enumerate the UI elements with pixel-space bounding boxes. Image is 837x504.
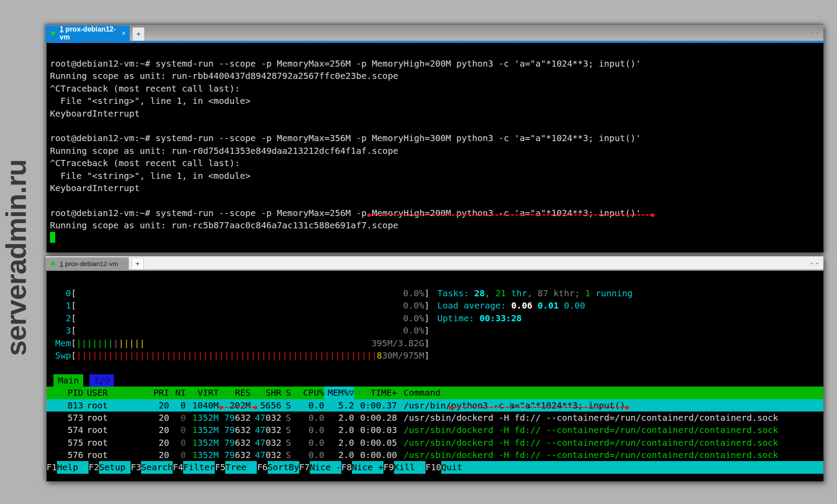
fkey-label-f5[interactable]: Tree bbox=[225, 461, 257, 473]
process-row-575[interactable]: 575root2001352M7963247032S0.02.00:00.05/… bbox=[46, 437, 823, 449]
bracket-open: [ bbox=[71, 299, 76, 312]
tab-prox-debian12-vm-inactive[interactable]: 1 prox-debian12-vm × bbox=[46, 257, 129, 270]
bracket-close: ] bbox=[424, 349, 429, 362]
bracket-close: ] bbox=[424, 337, 429, 349]
system-info: Load average: 0.06 0.01 0.00 bbox=[437, 299, 585, 312]
new-tab-button[interactable]: + bbox=[131, 258, 144, 270]
cell-shr: 47032 bbox=[251, 412, 281, 424]
process-row-576[interactable]: 576root2001352M7963247032S0.02.00:00.00/… bbox=[46, 449, 823, 461]
cell-time: 0:00.03 bbox=[354, 424, 397, 436]
annotation-dash-python3-command bbox=[450, 407, 627, 408]
meter-bars bbox=[76, 312, 403, 324]
fkey-label-f1[interactable]: Help bbox=[57, 461, 89, 473]
htop-tab-io[interactable]: I/O bbox=[89, 374, 114, 387]
column-header-shr[interactable]: SHR bbox=[251, 387, 281, 399]
fkey-label-f9[interactable]: Kill bbox=[394, 461, 426, 473]
fkey-f6[interactable]: F6 bbox=[257, 461, 267, 473]
column-header-pid[interactable]: PID bbox=[50, 387, 83, 399]
cell-virt: 1352M bbox=[186, 424, 219, 436]
fkey-f10[interactable]: F10 bbox=[426, 461, 441, 473]
meter: Mem[|||||||||||||395M/3.82G] bbox=[50, 337, 429, 349]
bracket-open: [ bbox=[71, 324, 76, 337]
fkey-label-f8[interactable]: Nice + bbox=[352, 461, 383, 473]
fkey-f1[interactable]: F1 bbox=[46, 461, 57, 473]
terminal-line bbox=[46, 194, 823, 206]
new-tab-button[interactable]: + bbox=[132, 27, 145, 41]
tab-label: 1 prox-debian12-vm bbox=[60, 260, 118, 267]
fkey-label-f6[interactable]: SortBy bbox=[268, 461, 299, 473]
fkey-f7[interactable]: F7 bbox=[299, 461, 310, 473]
fkey-label-f3[interactable]: Search bbox=[141, 461, 173, 473]
tab-scroll-left-icon[interactable]: ◄ bbox=[810, 30, 813, 35]
fkey-label-f10[interactable]: Quit bbox=[441, 461, 823, 473]
cpu-meter-0: 0[0.0%]Tasks: 28, 21 thr, 87 kthr; 1 run… bbox=[46, 287, 823, 299]
column-header-user[interactable]: USER bbox=[83, 387, 140, 399]
column-header-ni[interactable]: NI bbox=[169, 387, 186, 399]
meter-value: 395M/3.82G bbox=[372, 337, 424, 349]
tab-scroll-right-icon[interactable]: ► bbox=[816, 30, 819, 35]
meter-value: 0.0% bbox=[403, 299, 424, 312]
cell-s: S bbox=[281, 412, 294, 424]
column-header-s[interactable]: S bbox=[281, 387, 294, 399]
meter-label: 0 bbox=[50, 287, 71, 299]
column-header-cmd[interactable]: Command bbox=[397, 387, 823, 399]
process-row-573[interactable]: 573root2001352M7963247032S0.02.00:00.28/… bbox=[46, 412, 823, 424]
fkey-f8[interactable]: F8 bbox=[341, 461, 352, 473]
fkey-f9[interactable]: F9 bbox=[383, 461, 394, 473]
cell-cmd: /usr/sbin/dockerd -H fd:// --containerd=… bbox=[397, 449, 823, 461]
cell-s: S bbox=[281, 399, 294, 412]
tab-scroll-left-icon[interactable]: ◄ bbox=[810, 260, 813, 266]
fkey-label-f2[interactable]: Setup bbox=[99, 461, 131, 473]
tab-label: 1 prox-debian12-vm bbox=[60, 25, 122, 41]
process-row-574[interactable]: 574root2001352M7963247032S0.02.00:00.03/… bbox=[46, 424, 823, 436]
cell-cpu: 0.0 bbox=[294, 412, 324, 424]
blank-line bbox=[46, 362, 823, 374]
cell-pid: 575 bbox=[50, 437, 83, 449]
fkey-label-f4[interactable]: Filter bbox=[183, 461, 215, 473]
terminal-line: root@debian12-vm:~# systemd-run --scope … bbox=[46, 57, 823, 70]
fkey-f3[interactable]: F3 bbox=[131, 461, 141, 473]
htop-terminal-screen[interactable]: 0[0.0%]Tasks: 28, 21 thr, 87 kthr; 1 run… bbox=[46, 271, 823, 481]
meter-label: 3 bbox=[50, 324, 71, 337]
top-terminal-screen[interactable]: root@debian12-vm:~# systemd-run --scope … bbox=[46, 43, 823, 252]
cell-cpu: 0.0 bbox=[294, 424, 324, 436]
process-row-813[interactable]: 813root2001040M202M5656S0.05.20:00.37/us… bbox=[46, 399, 823, 412]
terminal-line bbox=[46, 120, 823, 132]
cell-pri: 20 bbox=[140, 412, 169, 424]
column-header-time[interactable]: TIME+ bbox=[354, 387, 397, 399]
column-header-res[interactable]: RES bbox=[219, 387, 251, 399]
cell-cpu: 0.0 bbox=[294, 399, 324, 412]
tab-scroll-arrows: ◄ ► bbox=[810, 30, 819, 35]
fkey-label-f7[interactable]: Nice - bbox=[310, 461, 341, 473]
fkey-f4[interactable]: F4 bbox=[173, 461, 183, 473]
swap-meter: Swp[||||||||||||||||||||||||||||||||||||… bbox=[46, 349, 823, 362]
fkey-f5[interactable]: F5 bbox=[215, 461, 225, 473]
column-header-cpu[interactable]: CPU% bbox=[294, 387, 324, 399]
cell-mem: 2.0 bbox=[324, 437, 354, 449]
cell-cmd: /usr/sbin/dockerd -H fd:// --containerd=… bbox=[397, 437, 823, 449]
system-info: Tasks: 28, 21 thr, 87 kthr; 1 running bbox=[437, 287, 633, 299]
meter: 2[0.0%] bbox=[50, 312, 429, 324]
bracket-close: ] bbox=[424, 324, 429, 337]
cell-virt: 1040M bbox=[186, 399, 219, 412]
close-tab-icon[interactable]: × bbox=[122, 30, 125, 36]
cell-res: 79632 bbox=[219, 437, 251, 449]
close-tab-icon[interactable]: × bbox=[121, 260, 124, 267]
cell-ni: 0 bbox=[169, 412, 186, 424]
cell-ni: 0 bbox=[169, 399, 186, 412]
tab-scroll-right-icon[interactable]: ► bbox=[816, 260, 819, 266]
watermark-text: serveradmin.ru bbox=[0, 135, 42, 380]
annotation-dash-memoryhigh-command bbox=[369, 214, 652, 216]
bottom-tab-bar: 1 prox-debian12-vm × + ◄ ► bbox=[46, 256, 823, 270]
column-header-pri[interactable]: PRI bbox=[140, 387, 169, 399]
tab-prox-debian12-vm-active[interactable]: 1 prox-debian12-vm × bbox=[46, 25, 130, 41]
function-key-bar: F1HelpF2SetupF3SearchF4FilterF5TreeF6Sor… bbox=[46, 461, 823, 473]
cell-shr: 47032 bbox=[251, 437, 281, 449]
meter-label: Swp bbox=[50, 349, 71, 362]
screenshot-stage: serveradmin.ru 1 prox-debian12-vm × + ◄ … bbox=[0, 0, 837, 504]
column-header-virt[interactable]: VIRT bbox=[186, 387, 219, 399]
fkey-f2[interactable]: F2 bbox=[89, 461, 99, 473]
terminal-line: Running scope as unit: run-rc5b877aac0c8… bbox=[46, 219, 823, 231]
column-header-mem[interactable]: MEM%▽ bbox=[324, 387, 354, 399]
htop-tab-main[interactable]: Main bbox=[53, 374, 83, 387]
